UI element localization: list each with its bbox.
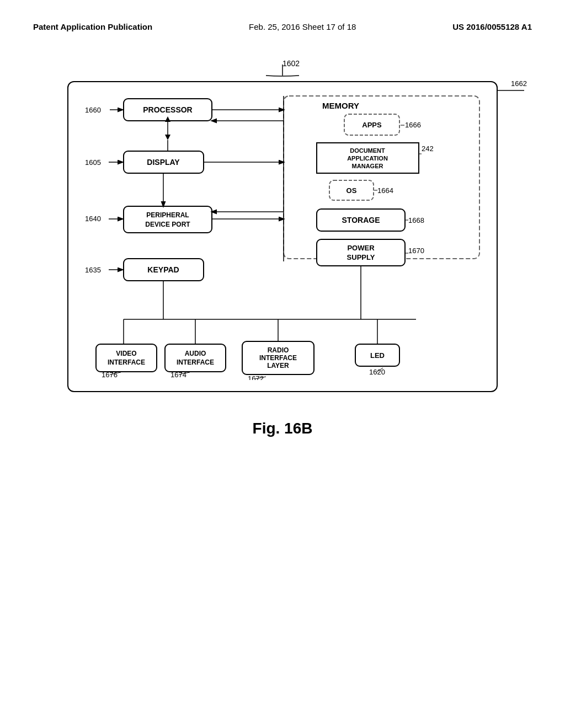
- header-left: Patent Application Publication: [33, 22, 152, 31]
- outer-diagram-box: 1662 P: [67, 81, 498, 392]
- svg-text:PROCESSOR: PROCESSOR: [143, 105, 192, 114]
- svg-text:DEVICE PORT: DEVICE PORT: [145, 221, 190, 228]
- svg-text:STORAGE: STORAGE: [342, 216, 380, 224]
- arrow-1662: [494, 85, 527, 96]
- svg-text:KEYPAD: KEYPAD: [147, 265, 179, 274]
- svg-text:1672: 1672: [248, 374, 264, 380]
- svg-text:OS: OS: [347, 186, 357, 195]
- svg-text:1666: 1666: [405, 121, 421, 129]
- svg-text:1635: 1635: [85, 266, 101, 274]
- svg-text:INTERFACE: INTERFACE: [259, 354, 297, 362]
- svg-text:1605: 1605: [85, 158, 101, 167]
- svg-text:PERIPHERAL: PERIPHERAL: [146, 211, 189, 219]
- svg-text:INTERFACE: INTERFACE: [108, 358, 145, 366]
- svg-text:POWER: POWER: [347, 244, 375, 252]
- svg-text:1676: 1676: [102, 371, 118, 379]
- svg-text:DISPLAY: DISPLAY: [147, 158, 180, 167]
- svg-text:1670: 1670: [408, 247, 424, 255]
- svg-text:DOCUMENT: DOCUMENT: [350, 147, 385, 154]
- svg-text:1668: 1668: [408, 216, 424, 224]
- diagram-top-label-area: 1602: [67, 59, 498, 81]
- page-header: Patent Application Publication Feb. 25, …: [0, 0, 565, 42]
- svg-text:SUPPLY: SUPPLY: [347, 253, 375, 261]
- svg-text:LED: LED: [370, 351, 385, 360]
- internal-diagram-svg: PROCESSOR 1660 MEMORY APPS 1666: [79, 93, 486, 380]
- main-content: 1602 1662: [0, 42, 565, 454]
- svg-text:APPLICATION: APPLICATION: [347, 155, 388, 162]
- svg-text:INTERFACE: INTERFACE: [177, 358, 214, 366]
- svg-text:1640: 1640: [85, 215, 101, 223]
- header-center: Feb. 25, 2016 Sheet 17 of 18: [249, 22, 356, 31]
- svg-text:AUDIO: AUDIO: [185, 350, 206, 357]
- svg-text:MANAGER: MANAGER: [352, 163, 383, 169]
- svg-text:MEMORY: MEMORY: [322, 101, 359, 110]
- svg-text:1660: 1660: [85, 106, 101, 114]
- svg-text:1674: 1674: [170, 371, 186, 379]
- svg-marker-44: [165, 135, 170, 140]
- brace-svg: [249, 65, 316, 81]
- svg-text:RADIO: RADIO: [268, 346, 289, 354]
- svg-text:242: 242: [422, 144, 434, 153]
- svg-rect-66: [165, 344, 226, 372]
- svg-rect-61: [96, 344, 157, 372]
- svg-text:LAYER: LAYER: [267, 362, 289, 370]
- header-right: US 2016/0055128 A1: [452, 22, 532, 31]
- diagram-container: 1602 1662: [67, 59, 498, 437]
- svg-text:VIDEO: VIDEO: [116, 350, 136, 357]
- figure-caption: Fig. 16B: [67, 420, 498, 437]
- outer-box-wrapper: 1662 P: [67, 81, 498, 392]
- svg-text:APPS: APPS: [362, 121, 382, 129]
- svg-text:1664: 1664: [377, 186, 393, 195]
- svg-rect-34: [124, 206, 212, 233]
